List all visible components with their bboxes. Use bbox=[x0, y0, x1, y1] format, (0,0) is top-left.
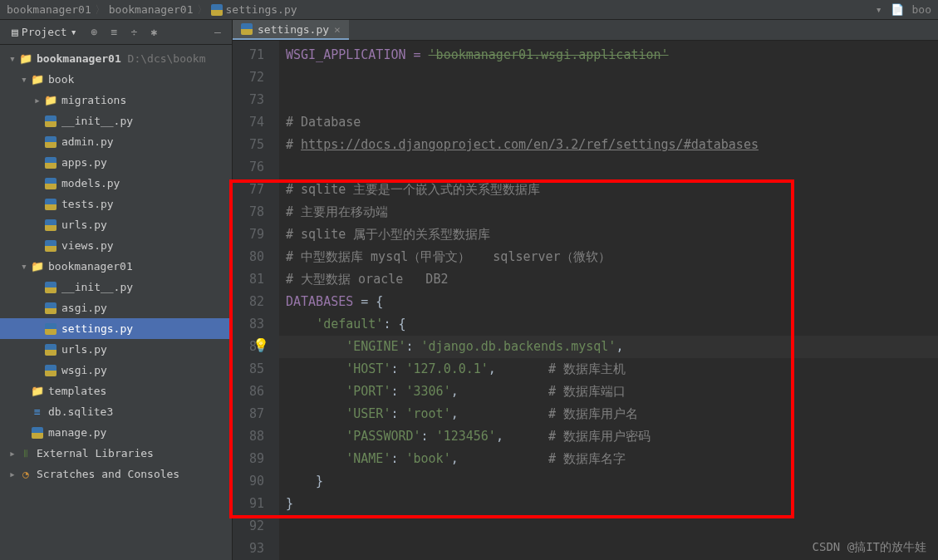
folder-icon: 📁 bbox=[30, 260, 45, 273]
tree-file[interactable]: asgi.py bbox=[0, 297, 232, 318]
folder-icon[interactable]: 📄 bbox=[891, 3, 904, 16]
tree-label: tests.py bbox=[61, 198, 114, 210]
collapse-icon[interactable]: ÷ bbox=[126, 25, 141, 40]
locate-icon[interactable]: ⊕ bbox=[86, 25, 101, 40]
python-file-icon bbox=[43, 282, 58, 293]
project-name: boo bbox=[912, 3, 931, 16]
tree-label: bookmanager01 bbox=[37, 52, 121, 65]
python-file-icon bbox=[43, 219, 58, 231]
tree-file[interactable]: wsgi.py bbox=[0, 360, 232, 381]
tree-label: asgi.py bbox=[61, 302, 107, 314]
project-sidebar: ▤ Project ▾ ⊕ ≡ ÷ ✱ — ▾📁bookmanager01 D:… bbox=[0, 20, 233, 560]
tree-file[interactable]: views.py bbox=[0, 235, 232, 256]
project-label: Project bbox=[22, 26, 67, 38]
breadcrumb-sub[interactable]: bookmanager01 bbox=[109, 3, 194, 16]
breadcrumb[interactable]: bookmanager01 〉 bookmanager01 〉 settings… bbox=[7, 2, 297, 17]
chevron-down-icon: ▾ bbox=[71, 26, 77, 38]
tree-label: admin.py bbox=[61, 135, 114, 148]
line-gutter: 7172737475767778798081828384858687888990… bbox=[233, 41, 279, 560]
tree-label: __init__.py bbox=[61, 281, 133, 293]
tree-file[interactable]: __init__.py bbox=[0, 111, 232, 131]
tree-label: db.sqlite3 bbox=[48, 405, 113, 418]
tree-label: bookmanager01 bbox=[48, 260, 133, 273]
tree-label: External Libraries bbox=[37, 447, 154, 459]
gear-icon[interactable]: ✱ bbox=[146, 25, 161, 40]
tree-file[interactable]: models.py bbox=[0, 173, 232, 194]
tab-settings[interactable]: settings.py × bbox=[233, 20, 349, 40]
lightbulb-icon[interactable]: 💡 bbox=[253, 337, 269, 353]
tree-file[interactable]: urls.py bbox=[0, 214, 232, 235]
folder-icon: 📁 bbox=[18, 52, 33, 65]
tab-label: settings.py bbox=[258, 23, 329, 36]
breadcrumb-bar: bookmanager01 〉 bookmanager01 〉 settings… bbox=[0, 0, 938, 20]
database-icon: ≡ bbox=[30, 405, 45, 418]
library-icon: ⫴ bbox=[18, 447, 33, 460]
sidebar-toolbar: ▤ Project ▾ ⊕ ≡ ÷ ✱ — bbox=[0, 20, 232, 45]
tree-file[interactable]: tests.py bbox=[0, 194, 232, 214]
breadcrumb-root[interactable]: bookmanager01 bbox=[7, 3, 91, 16]
breadcrumb-sep: 〉 bbox=[95, 2, 106, 17]
python-file-icon bbox=[43, 344, 58, 356]
tree-file-settings[interactable]: settings.py bbox=[0, 318, 232, 339]
tree-label: templates bbox=[48, 385, 106, 397]
python-file-icon bbox=[43, 240, 58, 252]
scratches-icon: ◔ bbox=[18, 468, 33, 480]
top-right: ▾ 📄 boo bbox=[876, 3, 931, 16]
tree-root[interactable]: ▾📁bookmanager01 D:\dcs\bookm bbox=[0, 48, 232, 69]
editor-body[interactable]: 7172737475767778798081828384858687888990… bbox=[233, 41, 938, 560]
tree-folder-book[interactable]: ▾📁book bbox=[0, 69, 232, 90]
tree-folder-templates[interactable]: 📁templates bbox=[0, 381, 232, 401]
project-folder-icon: ▤ bbox=[12, 26, 18, 38]
tree-label: wsgi.py bbox=[61, 364, 107, 376]
add-config-icon[interactable]: ▾ bbox=[876, 3, 882, 16]
tree-folder-bm01[interactable]: ▾📁bookmanager01 bbox=[0, 256, 232, 277]
tree-label: __init__.py bbox=[61, 115, 133, 127]
tree-label: manage.py bbox=[48, 426, 106, 439]
project-view-selector[interactable]: ▤ Project ▾ bbox=[7, 24, 81, 40]
breadcrumb-sep: 〉 bbox=[197, 2, 208, 17]
python-file-icon bbox=[43, 199, 58, 210]
tree-label: urls.py bbox=[61, 343, 107, 356]
python-file-icon bbox=[43, 323, 58, 335]
tree-label: migrations bbox=[61, 94, 126, 106]
close-icon[interactable]: × bbox=[334, 23, 341, 36]
python-file-icon bbox=[211, 4, 223, 16]
tree-folder-migrations[interactable]: ▸📁migrations bbox=[0, 90, 232, 111]
python-file-icon bbox=[43, 157, 58, 169]
tree-file[interactable]: apps.py bbox=[0, 152, 232, 173]
hide-icon[interactable]: — bbox=[210, 25, 225, 40]
expand-icon[interactable]: ≡ bbox=[106, 25, 121, 40]
python-file-icon bbox=[30, 427, 45, 439]
tree-label: book bbox=[48, 73, 74, 86]
editor-tab-bar: settings.py × bbox=[233, 20, 938, 41]
folder-icon: 📁 bbox=[43, 94, 58, 106]
tree-external-libs[interactable]: ▸⫴External Libraries bbox=[0, 443, 232, 464]
code-editor[interactable]: WSGI_APPLICATION = 'bookmanager01.wsgi.a… bbox=[279, 41, 938, 560]
tree-label: settings.py bbox=[61, 322, 133, 335]
tree-label: views.py bbox=[61, 239, 114, 252]
python-file-icon bbox=[43, 178, 58, 189]
project-tree[interactable]: ▾📁bookmanager01 D:\dcs\bookm ▾📁book ▸📁mi… bbox=[0, 45, 232, 560]
python-file-icon bbox=[43, 365, 58, 376]
watermark: CSDN @搞IT的放牛娃 bbox=[813, 540, 926, 555]
tree-path: D:\dcs\bookm bbox=[128, 52, 206, 65]
tree-label: urls.py bbox=[61, 219, 107, 231]
tree-label: models.py bbox=[61, 177, 120, 189]
python-file-icon bbox=[43, 302, 58, 314]
tree-label: apps.py bbox=[61, 156, 107, 169]
tree-file-manage[interactable]: manage.py bbox=[0, 422, 232, 443]
folder-icon: 📁 bbox=[30, 73, 45, 86]
tree-file-db[interactable]: ≡db.sqlite3 bbox=[0, 401, 232, 422]
tree-scratches[interactable]: ▸◔Scratches and Consoles bbox=[0, 464, 232, 484]
python-file-icon bbox=[43, 115, 58, 127]
python-file-icon bbox=[43, 136, 58, 148]
breadcrumb-file[interactable]: settings.py bbox=[226, 3, 297, 16]
tree-file[interactable]: __init__.py bbox=[0, 277, 232, 297]
tree-file[interactable]: urls.py bbox=[0, 339, 232, 360]
python-file-icon bbox=[241, 23, 253, 35]
folder-icon: 📁 bbox=[30, 385, 45, 397]
editor-area: settings.py × 71727374757677787980818283… bbox=[233, 20, 938, 560]
tree-file[interactable]: admin.py bbox=[0, 131, 232, 152]
tree-label: Scratches and Consoles bbox=[37, 468, 179, 480]
